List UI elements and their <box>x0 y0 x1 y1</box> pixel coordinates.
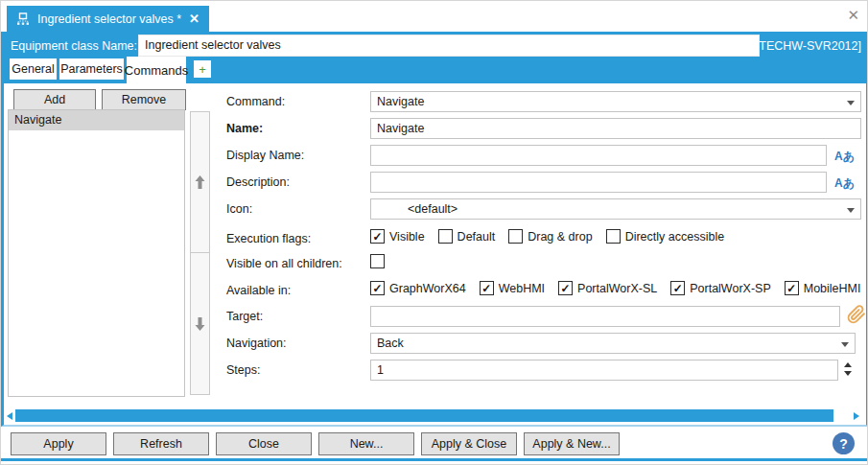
localize-icon[interactable]: Aあ <box>834 149 855 165</box>
checkbox-label: Directly accessible <box>625 230 725 244</box>
checkbox-icon[interactable]: ✓ <box>370 281 385 295</box>
command-label: Command: <box>226 95 285 108</box>
list-item-navigate[interactable]: Navigate <box>9 110 184 130</box>
checkbox-drag-drop[interactable]: Drag & drop <box>508 229 592 244</box>
checkbox-portalworx-sl[interactable]: ✓ PortalWorX-SL <box>558 281 657 295</box>
document-tab-title: Ingredient selector valves * <box>37 12 181 26</box>
command-combobox[interactable]: Navigate <box>370 91 861 112</box>
display-name-label: Display Name: <box>226 149 304 162</box>
checkbox-icon[interactable] <box>370 254 385 268</box>
apply-close-button[interactable]: Apply & Close <box>421 432 517 455</box>
arrow-down-icon <box>195 317 205 331</box>
visible-all-children-label: Visible on all children: <box>226 257 342 270</box>
description-input[interactable] <box>370 172 827 193</box>
description-label: Description: <box>226 175 290 189</box>
visible-all-children-group <box>370 254 385 268</box>
checkbox-icon[interactable]: ✓ <box>785 281 799 295</box>
equipment-class-name-label: Equipment class Name: <box>11 39 137 53</box>
checkbox-icon[interactable]: ✓ <box>370 229 385 244</box>
horizontal-scrollbar[interactable] <box>4 409 866 423</box>
remove-command-button[interactable]: Remove <box>102 89 186 110</box>
checkbox-label: Default <box>457 230 496 244</box>
target-input[interactable] <box>370 306 840 327</box>
scrollbar-thumb[interactable] <box>15 409 833 422</box>
available-in-group: ✓ GraphWorX64 ✓ WebHMI ✓ PortalWorX-SL ✓… <box>370 281 860 295</box>
move-up-button[interactable] <box>191 112 209 253</box>
add-command-button[interactable]: Add <box>13 89 96 110</box>
checkbox-label: WebHMI <box>499 282 545 295</box>
checkbox-icon[interactable]: ✓ <box>670 281 685 295</box>
checkbox-visible-all-children[interactable] <box>370 254 385 268</box>
window-close-icon[interactable]: ✕ <box>847 8 859 22</box>
document-tab[interactable]: Ingredient selector valves * ✕ <box>7 6 209 32</box>
new-button[interactable]: New... <box>318 432 414 455</box>
checkbox-portalworx-sp[interactable]: ✓ PortalWorX-SP <box>670 281 771 295</box>
apply-button[interactable]: Apply <box>11 432 106 455</box>
checkbox-mobilehmi[interactable]: ✓ MobileHMI <box>785 281 861 295</box>
target-label: Target: <box>226 310 263 323</box>
name-input[interactable]: Navigate <box>370 118 861 139</box>
checkbox-label: MobileHMI <box>804 282 861 295</box>
add-tab-button[interactable]: + <box>194 60 211 78</box>
header-band: Equipment class Name: Ingredient selecto… <box>1 32 868 83</box>
checkbox-icon[interactable] <box>508 229 523 244</box>
tab-commands[interactable]: Commands <box>127 57 186 83</box>
footer-button-bar: Apply Refresh Close New... Apply & Close… <box>1 429 868 458</box>
checkbox-visible[interactable]: ✓ Visible <box>370 229 425 244</box>
dialog-bottom-border <box>1 458 868 461</box>
scroll-right-icon[interactable] <box>854 412 859 420</box>
apply-new-button[interactable]: Apply & New... <box>524 432 620 455</box>
execution-flags-group: ✓ Visible Default Drag & drop Directly a… <box>370 229 724 244</box>
server-name-label: [TECHW-SVR2012] <box>756 39 861 53</box>
help-icon[interactable]: ? <box>833 432 855 454</box>
command-value: Navigate <box>377 95 424 108</box>
chevron-down-icon <box>847 101 855 105</box>
checkbox-default[interactable]: Default <box>438 229 496 244</box>
equipment-class-name-input[interactable]: Ingredient selector valves <box>138 35 760 57</box>
document-tab-strip: Ingredient selector valves * ✕ ✕ <box>1 1 868 32</box>
available-in-label: Available in: <box>226 284 291 297</box>
chevron-down-icon <box>847 208 855 213</box>
localize-icon[interactable]: Aあ <box>834 175 855 192</box>
equipment-class-dialog: Ingredient selector valves * ✕ ✕ Equipme… <box>0 0 868 465</box>
icon-value: <default> <box>408 202 457 216</box>
tab-general[interactable]: General <box>10 58 57 80</box>
navigation-combobox[interactable]: Back <box>370 333 856 354</box>
navigation-label: Navigation: <box>226 337 287 350</box>
checkbox-label: GraphWorX64 <box>389 282 466 295</box>
close-button[interactable]: Close <box>216 432 312 455</box>
checkbox-icon[interactable] <box>606 229 621 244</box>
checkbox-label: PortalWorX-SP <box>690 282 771 295</box>
tab-parameters[interactable]: Parameters <box>59 58 124 80</box>
attach-tag-icon[interactable] <box>847 305 866 327</box>
steps-stepper <box>844 362 852 376</box>
steps-label: Steps: <box>226 363 260 377</box>
checkbox-label: Visible <box>389 230 425 244</box>
steps-input[interactable]: 1 <box>370 360 838 381</box>
command-list: Navigate <box>8 109 185 397</box>
checkbox-webhmi[interactable]: ✓ WebHMI <box>480 281 545 295</box>
spinner-up-icon[interactable] <box>844 362 852 367</box>
move-down-button[interactable] <box>191 253 209 394</box>
checkbox-label: Drag & drop <box>528 230 592 244</box>
name-label: Name: <box>226 122 263 135</box>
spinner-down-icon[interactable] <box>844 371 852 376</box>
refresh-button[interactable]: Refresh <box>113 432 209 455</box>
chevron-down-icon <box>841 342 849 347</box>
document-tab-close-icon[interactable]: ✕ <box>189 12 199 25</box>
icon-label: Icon: <box>226 202 252 216</box>
checkbox-icon[interactable] <box>438 229 453 244</box>
checkbox-icon[interactable]: ✓ <box>558 281 573 295</box>
arrow-up-icon <box>195 175 205 189</box>
navigation-value: Back <box>377 337 404 350</box>
checkbox-graphworx64[interactable]: ✓ GraphWorX64 <box>370 281 466 295</box>
equipment-class-icon <box>16 12 30 26</box>
reorder-strip <box>190 111 210 395</box>
execution-flags-label: Execution flags: <box>226 232 311 245</box>
checkbox-icon[interactable]: ✓ <box>480 281 494 295</box>
display-name-input[interactable] <box>370 145 827 166</box>
checkbox-label: PortalWorX-SL <box>577 282 657 295</box>
scroll-left-icon[interactable] <box>7 412 12 420</box>
icon-combobox[interactable]: <default> <box>370 198 861 220</box>
checkbox-directly-accessible[interactable]: Directly accessible <box>606 229 725 244</box>
